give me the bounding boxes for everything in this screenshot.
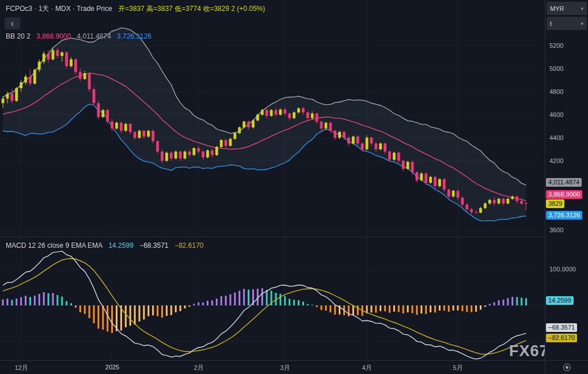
price-tick-label: 4800: [549, 88, 563, 95]
time-tick-label: 2025: [105, 364, 119, 371]
bb-lower-value: 3,726.3126: [117, 32, 151, 40]
time-tick-label: 3月: [280, 364, 290, 372]
chart-canvas[interactable]: FCPOc3 · 1天 · MDX · Trade Price 开=3837 高…: [0, 0, 545, 360]
price-tick-label: 4200: [549, 157, 563, 164]
chevron-down-icon: ▾: [581, 6, 583, 12]
price-tick-label: 4600: [549, 111, 563, 118]
bb-basis-value: 3,868.9000: [36, 32, 71, 40]
bb-lower-badge: 3,726.3126: [546, 211, 582, 220]
macd-tick-label: 100.0000: [549, 266, 576, 273]
back-button[interactable]: ‹: [5, 17, 20, 29]
price-tick-label: 3600: [549, 226, 563, 233]
unit-dropdown[interactable]: t ▾: [547, 17, 587, 30]
price-tick-label: 4400: [549, 134, 563, 141]
macd-line-value: −68.3571: [139, 241, 168, 250]
time-axis[interactable]: 12月20252月3月4月5月: [0, 360, 588, 374]
time-tick-label: 5月: [453, 364, 462, 372]
time-tick-label: 2月: [194, 364, 203, 372]
macd-line-badge: −68.3571: [546, 323, 577, 332]
unit-dropdown-label: t: [550, 20, 552, 27]
bb-upper-value: 4,011.4874: [77, 32, 111, 40]
timezone-icon[interactable]: [563, 364, 571, 371]
price-tick-label: 5200: [549, 42, 563, 49]
chart-plot: [0, 0, 545, 360]
macd-legend-label: MACD 12 26 close 9 EMA EMA: [6, 241, 103, 250]
chevron-down-icon: ▾: [581, 21, 583, 27]
watermark: FX678: [509, 342, 545, 360]
time-tick-label: 4月: [362, 364, 371, 372]
price-scale[interactable]: MYR ▾ t ▾ 520050004800460044004200360010…: [545, 0, 588, 360]
trading-chart-app: FCPOc3 · 1天 · MDX · Trade Price 开=3837 高…: [0, 0, 588, 374]
macd-hist-badge: 14.2599: [546, 296, 574, 305]
bb-upper-badge: 4,011.4874: [546, 178, 582, 187]
time-tick-label: 12月: [14, 364, 28, 372]
symbol-ohlc: 开=3837 高=3837 低=3774 收=3829 2 (+0.05%): [118, 5, 265, 13]
macd-hist-value: 14.2599: [108, 241, 133, 250]
last-price-badge: 3829: [546, 199, 564, 208]
bb-basis-badge: 3,868.9000: [546, 190, 582, 199]
macd-signal-badge: −82.6170: [546, 334, 577, 342]
currency-dropdown-label: MYR: [550, 5, 564, 12]
macd-legend[interactable]: MACD 12 26 close 9 EMA EMA 14.2599 −68.3…: [6, 241, 207, 250]
symbol-legend[interactable]: FCPOc3 · 1天 · MDX · Trade Price 开=3837 高…: [6, 4, 269, 14]
currency-dropdown[interactable]: MYR ▾: [547, 2, 587, 15]
bb-legend-label: BB 20 2: [6, 32, 31, 40]
bb-legend[interactable]: BB 20 2 3,868.9000 4,011.4874 3,726.3126: [6, 32, 155, 40]
symbol-title: FCPOc3 · 1天 · MDX · Trade Price: [6, 5, 112, 13]
axis-corner: [545, 361, 588, 374]
macd-signal-value: −82.6170: [174, 241, 203, 250]
back-arrow-icon: ‹: [11, 18, 14, 28]
price-tick-label: 5000: [549, 65, 563, 72]
